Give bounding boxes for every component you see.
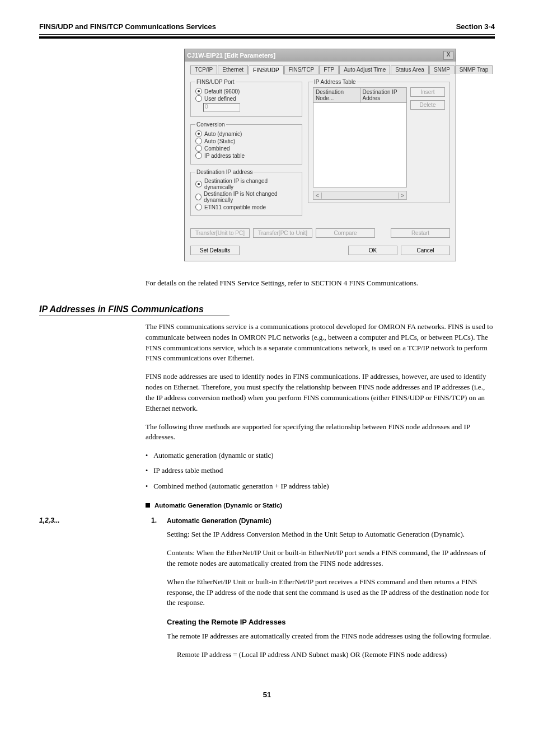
col-dest-node[interactable]: Destination Node...	[313, 88, 360, 102]
radio-icon	[195, 194, 202, 200]
fins-udp-port-group: FINS/UDP Port Default (9600) User define…	[190, 79, 302, 117]
radio-auto-dynamic[interactable]: Auto (dynamic)	[195, 130, 297, 137]
tab-autoadjust[interactable]: Auto Adjust Time	[339, 65, 390, 74]
fins-udp-port-legend: FINS/UDP Port	[195, 79, 236, 85]
set-defaults-button[interactable]: Set Defaults	[190, 246, 240, 255]
cancel-button[interactable]: Cancel	[401, 246, 450, 255]
tab-finsudp[interactable]: FINS/UDP	[249, 65, 284, 74]
radio-etn11-mode[interactable]: ETN11 compatible mode	[195, 204, 297, 210]
tab-tcpip[interactable]: TCP/IP	[190, 65, 217, 74]
scroll-right-icon[interactable]: >	[398, 192, 406, 199]
list-item: • Automatic generation (dynamic or stati…	[146, 450, 495, 461]
step-number: 1.	[151, 516, 161, 668]
tab-snmptrap[interactable]: SNMP Trap	[455, 65, 493, 74]
destination-ip-legend: Destination IP address	[195, 169, 254, 175]
procedure-label: 1,2,3...	[39, 516, 146, 524]
insert-button[interactable]: Insert	[410, 87, 445, 97]
step-title: Automatic Generation (Dynamic)	[167, 516, 495, 526]
paragraph: The following three methods are supporte…	[146, 422, 495, 443]
udp-port-input[interactable]: 0	[203, 103, 240, 112]
scroll-left-icon[interactable]: <	[313, 192, 322, 199]
ok-button[interactable]: OK	[348, 246, 397, 255]
radio-icon	[195, 130, 202, 137]
rule-thin	[39, 34, 495, 35]
subsection-heading: Automatic Generation (Dynamic or Static)	[146, 502, 495, 509]
radio-icon	[195, 204, 202, 210]
list-item: • Combined method (automatic generation …	[146, 481, 495, 492]
delete-button[interactable]: Delete	[410, 100, 445, 110]
paragraph: When the EtherNet/IP Unit or built-in Et…	[167, 577, 495, 609]
ip-address-table-legend: IP Address Table	[313, 79, 357, 85]
radio-icon	[195, 181, 202, 187]
radio-icon	[195, 95, 202, 102]
section-heading: IP Addresses in FINS Communications	[39, 304, 229, 316]
radio-icon	[195, 152, 202, 159]
square-bullet-icon	[146, 503, 150, 508]
dialog-titlebar: CJ1W-EIP21 [Edit Parameters] X	[185, 49, 456, 62]
tab-statusarea[interactable]: Status Area	[391, 65, 429, 74]
radio-dest-dynamic[interactable]: Destination IP is changed dynamically	[195, 178, 297, 190]
radio-icon	[195, 138, 202, 144]
edit-parameters-dialog: CJ1W-EIP21 [Edit Parameters] X TCP/IP Et…	[184, 49, 456, 261]
transfer-unit-to-pc-button[interactable]: Transfer[Unit to PC]	[190, 228, 250, 238]
radio-default-9600[interactable]: Default (9600)	[195, 88, 297, 95]
rule-thick	[39, 36, 495, 39]
ip-table-scrollbar[interactable]: < >	[313, 191, 407, 200]
destination-ip-group: Destination IP address Destination IP is…	[190, 169, 302, 216]
radio-icon	[195, 145, 202, 152]
col-dest-ip[interactable]: Destination IP Addres	[360, 88, 407, 102]
ip-table-header: Destination Node... Destination IP Addre…	[313, 87, 407, 103]
radio-icon	[195, 88, 202, 95]
radio-ip-table[interactable]: IP address table	[195, 152, 297, 159]
radio-user-defined[interactable]: User defined	[195, 95, 297, 102]
transfer-pc-to-unit-button[interactable]: Transfer[PC to Unit]	[253, 228, 312, 238]
dialog-title: CJ1W-EIP21 [Edit Parameters]	[187, 52, 275, 59]
paragraph: Contents: When the EtherNet/IP Unit or b…	[167, 548, 495, 569]
page-number: 51	[39, 691, 495, 699]
header-left: FINS/UDP and FINS/TCP Communications Ser…	[39, 22, 216, 31]
radio-dest-not-dynamic[interactable]: Destination IP is Not changed dynamicall…	[195, 191, 297, 203]
radio-combined[interactable]: Combined	[195, 145, 297, 152]
paragraph: FINS node addresses are used to identify…	[146, 372, 495, 414]
radio-auto-static[interactable]: Auto (Static)	[195, 138, 297, 144]
tab-ethernet[interactable]: Ethernet	[218, 65, 248, 74]
ip-table-body[interactable]	[313, 103, 407, 187]
close-icon[interactable]: X	[443, 51, 453, 60]
tab-finstcp[interactable]: FINS/TCP	[284, 65, 319, 74]
tab-snmp[interactable]: SNMP	[429, 65, 455, 74]
paragraph: The remote IP addresses are automaticall…	[167, 631, 495, 642]
restart-button[interactable]: Restart	[391, 228, 450, 238]
tab-strip: TCP/IP Ethernet FINS/UDP FINS/TCP FTP Au…	[190, 65, 450, 74]
header-right: Section 3-4	[456, 22, 495, 31]
ip-address-table-group: IP Address Table Destination Node... Des…	[308, 79, 450, 203]
compare-button[interactable]: Compare	[316, 228, 375, 238]
conversion-group: Conversion Auto (dynamic) Auto (Static)	[190, 121, 302, 165]
list-item: • IP address table method	[146, 466, 495, 476]
formula: Remote IP address = (Local IP address AN…	[177, 650, 495, 660]
paragraph: For details on the related FINS Service …	[146, 278, 495, 289]
paragraph: The FINS communications service is a com…	[146, 322, 495, 364]
conversion-legend: Conversion	[195, 121, 226, 128]
tab-ftp[interactable]: FTP	[319, 65, 339, 74]
paragraph: Setting: Set the IP Address Conversion M…	[167, 529, 495, 540]
sub-item-heading: Creating the Remote IP Addresses	[167, 617, 495, 628]
